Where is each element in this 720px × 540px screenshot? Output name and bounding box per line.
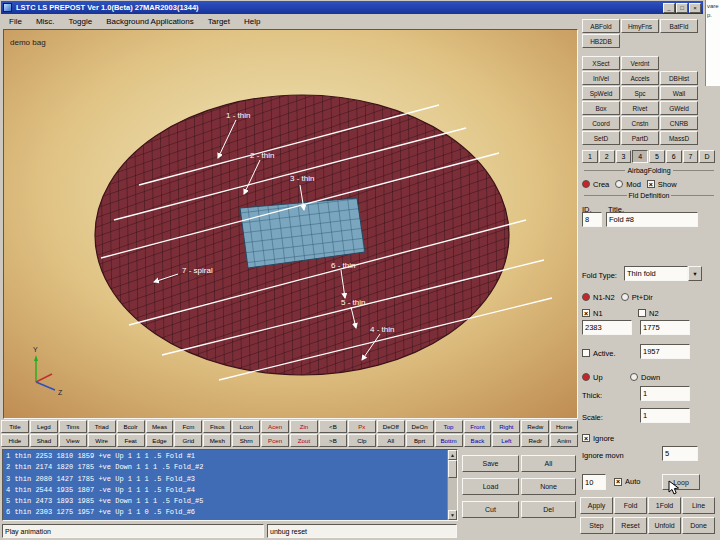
n1n2-radio[interactable]: N1-N2 bbox=[582, 293, 615, 302]
page-tab[interactable]: 1 bbox=[582, 150, 598, 163]
load-button[interactable]: Load bbox=[462, 478, 519, 495]
active-node-field[interactable]: 1957 bbox=[640, 344, 690, 359]
toolbar-button[interactable]: Grid bbox=[174, 434, 202, 447]
none-button[interactable]: None bbox=[521, 478, 576, 495]
toolbar-button[interactable]: Title bbox=[1, 420, 29, 433]
show-checkbox[interactable]: Show bbox=[647, 180, 677, 189]
panel-button[interactable]: BatFld bbox=[660, 19, 698, 33]
toolbar-button[interactable]: Meas bbox=[146, 420, 174, 433]
panel-button[interactable]: SpWeld bbox=[582, 86, 620, 100]
auto-checkbox[interactable]: Auto bbox=[614, 477, 640, 486]
list-scrollbar[interactable] bbox=[447, 450, 457, 520]
toolbar-button[interactable]: Clp bbox=[348, 434, 376, 447]
panel-button[interactable]: Cnstn bbox=[621, 116, 659, 130]
toolbar-button[interactable]: Right bbox=[492, 420, 520, 433]
id-field[interactable]: 8 bbox=[582, 212, 602, 227]
loop-button[interactable]: Loop bbox=[662, 474, 700, 490]
panel-button[interactable]: Wall bbox=[660, 86, 698, 100]
toolbar-button[interactable]: Bprt bbox=[406, 434, 434, 447]
menu-item[interactable]: Misc. bbox=[29, 17, 62, 26]
menu-item[interactable]: Background Applications bbox=[99, 17, 201, 26]
loop-count-field[interactable]: 10 bbox=[582, 474, 606, 490]
toolbar-button[interactable]: Lcon bbox=[232, 420, 260, 433]
create-radio[interactable]: Crea bbox=[582, 180, 609, 189]
fold-list-row[interactable]: 2 thin 2174 1820 1785 +ve Down 1 1 1 .5 … bbox=[6, 462, 444, 473]
panel-button[interactable]: HmyFns bbox=[621, 19, 659, 33]
panel-button[interactable]: XSect bbox=[582, 56, 620, 70]
page-tab[interactable]: 7 bbox=[683, 150, 699, 163]
menu-item[interactable]: File bbox=[2, 17, 29, 26]
toolbar-button[interactable]: Tims bbox=[59, 420, 87, 433]
toolbar-button[interactable]: Top bbox=[435, 420, 463, 433]
panel-button[interactable]: Accels bbox=[621, 71, 659, 85]
action-button[interactable]: Fold bbox=[614, 497, 647, 514]
action-button[interactable]: Done bbox=[682, 517, 715, 534]
fold-type-dropdown[interactable]: Thin fold bbox=[624, 266, 688, 281]
panel-button[interactable]: HB2DB bbox=[582, 34, 620, 48]
toolbar-button[interactable]: Hide bbox=[1, 434, 29, 447]
toolbar-button[interactable]: Zout bbox=[290, 434, 318, 447]
toolbar-button[interactable]: Fcm bbox=[174, 420, 202, 433]
down-radio[interactable]: Down bbox=[630, 373, 660, 382]
del-button[interactable]: Del bbox=[521, 501, 576, 518]
toolbar-button[interactable]: Shad bbox=[30, 434, 58, 447]
action-button[interactable]: Step bbox=[580, 517, 613, 534]
n2-field[interactable]: 1775 bbox=[640, 320, 690, 335]
fold-list-row[interactable]: 4 thin 2544 1935 1807 -ve Up 1 1 1 .5 Fo… bbox=[6, 485, 444, 496]
scroll-down-icon[interactable] bbox=[448, 510, 457, 520]
toolbar-button[interactable]: All bbox=[377, 434, 405, 447]
toolbar-button[interactable]: Px bbox=[348, 420, 376, 433]
active-checkbox[interactable]: Active. bbox=[582, 349, 616, 358]
page-tab[interactable]: 2 bbox=[599, 150, 615, 163]
save-button[interactable]: Save bbox=[462, 455, 519, 472]
all-button[interactable]: All bbox=[521, 455, 576, 472]
panel-button[interactable]: PartD bbox=[621, 131, 659, 145]
scroll-up-icon[interactable] bbox=[448, 450, 457, 460]
toolbar-button[interactable]: Redr bbox=[521, 434, 549, 447]
toolbar-button[interactable]: Zin bbox=[290, 420, 318, 433]
panel-button[interactable]: ABFold bbox=[582, 19, 620, 33]
command-input[interactable]: unbug reset bbox=[267, 524, 457, 538]
panel-button[interactable]: Coord bbox=[582, 116, 620, 130]
fold-list[interactable]: 1 thin 2253 1810 1859 +ve Up 1 1 1 .5 Fo… bbox=[2, 449, 458, 521]
menu-item[interactable]: Target bbox=[201, 17, 237, 26]
n1-field[interactable]: 2383 bbox=[582, 320, 632, 335]
toolbar-button[interactable]: Front bbox=[464, 420, 492, 433]
toolbar-button[interactable]: Mesh bbox=[203, 434, 231, 447]
panel-button[interactable]: GWeld bbox=[660, 101, 698, 115]
page-tab[interactable]: D bbox=[699, 150, 715, 163]
toolbar-button[interactable]: <B bbox=[319, 420, 347, 433]
action-button[interactable]: Unfold bbox=[648, 517, 681, 534]
panel-button[interactable]: Spc bbox=[621, 86, 659, 100]
panel-button[interactable]: MassD bbox=[660, 131, 698, 145]
scale-field[interactable]: 1 bbox=[640, 408, 690, 423]
toolbar-button[interactable]: View bbox=[59, 434, 87, 447]
modify-radio[interactable]: Mod bbox=[615, 180, 641, 189]
toolbar-button[interactable]: Acen bbox=[261, 420, 289, 433]
page-tab[interactable]: 3 bbox=[616, 150, 632, 163]
panel-button[interactable]: CNRB bbox=[660, 116, 698, 130]
menu-item[interactable]: Toggle bbox=[62, 17, 100, 26]
panel-button[interactable]: Verdnt bbox=[621, 56, 659, 70]
toolbar-button[interactable]: Edge bbox=[146, 434, 174, 447]
panel-button[interactable]: DBHist bbox=[660, 71, 698, 85]
toolbar-button[interactable]: >B bbox=[319, 434, 347, 447]
panel-button[interactable]: Rivet bbox=[621, 101, 659, 115]
toolbar-button[interactable]: Triad bbox=[88, 420, 116, 433]
toolbar-button[interactable]: Home bbox=[550, 420, 578, 433]
fold-list-row[interactable]: 3 thin 2080 1427 1785 +ve Up 1 1 1 .5 Fo… bbox=[6, 474, 444, 485]
toolbar-button[interactable]: DeOff bbox=[377, 420, 405, 433]
scrollbar-thumb[interactable] bbox=[448, 460, 457, 478]
fold-list-row[interactable]: 6 thin 2303 1275 1957 +ve Up 1 1 0 .5 Fo… bbox=[6, 507, 444, 518]
panel-button[interactable]: IniVel bbox=[582, 71, 620, 85]
toolbar-button[interactable]: Wire bbox=[88, 434, 116, 447]
toolbar-button[interactable]: Pcen bbox=[261, 434, 289, 447]
page-tab[interactable]: 4 bbox=[632, 150, 648, 163]
fold-list-row[interactable]: 5 thin 2473 1893 1985 +ve Down 1 1 1 .5 … bbox=[6, 496, 444, 507]
action-button[interactable]: Apply bbox=[580, 497, 613, 514]
toolbar-button[interactable]: Back bbox=[464, 434, 492, 447]
toolbar-button[interactable]: Feat bbox=[117, 434, 145, 447]
action-button[interactable]: Reset bbox=[614, 517, 647, 534]
page-tab[interactable]: 5 bbox=[649, 150, 665, 163]
toolbar-button[interactable]: Anim bbox=[550, 434, 578, 447]
